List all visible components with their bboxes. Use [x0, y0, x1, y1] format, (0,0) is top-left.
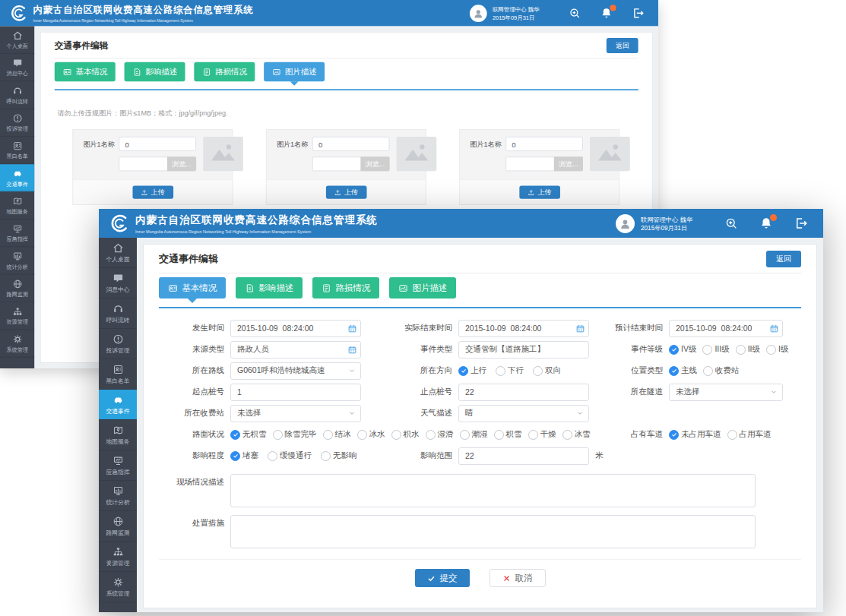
- location-type-option-1[interactable]: 收费站: [703, 365, 740, 376]
- road-surface-option-5[interactable]: 湿滑: [426, 429, 454, 440]
- search-icon[interactable]: [724, 216, 738, 230]
- sidebar-item-map[interactable]: 地图服务: [0, 192, 34, 220]
- calendar-icon[interactable]: [572, 321, 588, 336]
- picture-name-input[interactable]: [313, 140, 389, 148]
- search-icon[interactable]: [569, 7, 581, 19]
- road-surface-option-4[interactable]: 积水: [391, 429, 420, 440]
- sidebar-item-roster[interactable]: 黑白名单: [0, 137, 34, 164]
- tab-basic[interactable]: 基本情况: [55, 62, 116, 81]
- tab-picture[interactable]: 图片描述: [264, 62, 325, 81]
- weather-select[interactable]: 晴: [458, 405, 589, 422]
- road-surface-option-7[interactable]: 积雪: [494, 429, 522, 440]
- avatar[interactable]: [470, 5, 487, 22]
- event-level-option-0[interactable]: IV级: [669, 344, 696, 355]
- sidebar-item-complaint[interactable]: 投诉管理: [99, 329, 137, 359]
- sidebar-item-system[interactable]: 系统管理: [99, 572, 137, 602]
- sidebar-item-call[interactable]: 呼叫流转: [99, 299, 137, 329]
- sidebar-item-call[interactable]: 呼叫流转: [0, 81, 34, 109]
- event-type-input[interactable]: [459, 345, 588, 354]
- road-surface-option-6[interactable]: 潮湿: [460, 429, 488, 440]
- event-level-option-1[interactable]: III级: [702, 344, 729, 355]
- road-surface-option-9[interactable]: 冰雪: [562, 429, 591, 440]
- sidebar-item-traffic[interactable]: 交通事件: [99, 390, 137, 420]
- event-level-option-3[interactable]: I级: [766, 344, 788, 355]
- browse-button[interactable]: 浏览...: [360, 156, 389, 171]
- sidebar-item-emergency[interactable]: 应急指挥: [0, 220, 34, 247]
- road-surface-option-3[interactable]: 冰水: [357, 429, 385, 440]
- direction-option-1[interactable]: 下行: [496, 365, 524, 376]
- logout-icon[interactable]: [794, 216, 808, 230]
- sidebar-item-message[interactable]: 消息中心: [0, 54, 34, 81]
- disposal-measures-textarea[interactable]: [230, 515, 756, 548]
- sidebar-item-label: 消息中心: [7, 70, 28, 76]
- calendar-icon[interactable]: [344, 321, 360, 336]
- sidebar-item-stats[interactable]: 统计分析: [0, 247, 34, 274]
- sidebar-item-desktop[interactable]: 个人桌面: [99, 238, 137, 268]
- file-path-input[interactable]: 浏览...: [119, 156, 196, 171]
- location-type-option-0[interactable]: 主线: [669, 365, 697, 376]
- browse-button[interactable]: 浏览...: [167, 156, 196, 171]
- upload-button[interactable]: 上传: [325, 185, 366, 198]
- sidebar-item-emergency[interactable]: 应急指挥: [99, 450, 137, 481]
- occur-time-input[interactable]: [231, 324, 344, 333]
- direction-option-2[interactable]: 双向: [533, 365, 561, 376]
- submit-button[interactable]: 提交: [415, 569, 470, 587]
- start-stake-input[interactable]: [231, 387, 360, 396]
- tab-basic[interactable]: 基本情况: [159, 277, 226, 299]
- bell-icon[interactable]: [759, 216, 773, 230]
- calendar-icon[interactable]: [765, 321, 782, 336]
- road-surface-option-8[interactable]: 干燥: [528, 429, 556, 440]
- sidebar-item-network[interactable]: 路网监测: [99, 511, 137, 542]
- tab-impact[interactable]: 影响描述: [125, 62, 185, 81]
- planned-end-time-input[interactable]: [670, 324, 765, 333]
- tab-impact[interactable]: 影响描述: [236, 277, 303, 299]
- upload-button[interactable]: 上传: [519, 185, 560, 198]
- lane-occupation-option-1[interactable]: 占用车道: [727, 429, 772, 440]
- scene-description-textarea[interactable]: [230, 474, 756, 507]
- picture-name-input[interactable]: [506, 140, 582, 148]
- back-button[interactable]: 返回: [607, 38, 638, 53]
- lane-occupation-option-0[interactable]: 未占用车道: [669, 429, 721, 440]
- actual-end-time-input[interactable]: [459, 324, 572, 333]
- event-level-option-2[interactable]: II级: [736, 344, 760, 355]
- direction-option-0[interactable]: 上行: [458, 365, 486, 376]
- impact-degree-option-0[interactable]: 堵塞: [230, 450, 258, 461]
- sidebar-item-desktop[interactable]: 个人桌面: [0, 27, 34, 54]
- tab-picture[interactable]: 图片描述: [389, 277, 456, 299]
- tunnel-select[interactable]: 未选择: [669, 384, 783, 401]
- sidebar-item-traffic[interactable]: 交通事件: [0, 164, 34, 191]
- calendar-icon[interactable]: [344, 342, 360, 358]
- tab-damage[interactable]: 路损情况: [312, 277, 379, 299]
- sidebar-item-map[interactable]: 地图服务: [99, 420, 137, 450]
- impact-range-input[interactable]: [459, 451, 588, 460]
- toll-station-select[interactable]: 未选择: [230, 405, 361, 422]
- end-stake-input[interactable]: [459, 387, 588, 396]
- cancel-button[interactable]: 取消: [490, 569, 546, 587]
- sidebar-item-network[interactable]: 路网监测: [0, 275, 34, 302]
- sidebar-item-resource[interactable]: 资源管理: [99, 542, 137, 572]
- back-button[interactable]: 返回: [766, 251, 801, 267]
- route-select[interactable]: G0601呼和浩特绕城高速: [230, 362, 361, 380]
- sidebar-item-message[interactable]: 消息中心: [99, 268, 137, 299]
- road-surface-option-2[interactable]: 结冰: [323, 429, 351, 440]
- impact-degree-option-2[interactable]: 无影响: [321, 450, 357, 461]
- sidebar-item-complaint[interactable]: 投诉管理: [0, 109, 34, 137]
- sidebar-item-roster[interactable]: 黑白名单: [99, 359, 137, 390]
- bell-icon[interactable]: [600, 7, 613, 19]
- logout-icon[interactable]: [632, 7, 644, 19]
- sidebar-item-system[interactable]: 系统管理: [0, 330, 34, 357]
- sidebar-item-resource[interactable]: 资源管理: [0, 302, 34, 330]
- tab-damage[interactable]: 路损情况: [194, 62, 255, 81]
- impact-degree-option-1[interactable]: 缓慢通行: [268, 450, 312, 461]
- browse-button[interactable]: 浏览...: [554, 156, 583, 171]
- upload-button[interactable]: 上传: [132, 185, 173, 198]
- road-surface-option-1[interactable]: 除雪完毕: [273, 429, 317, 440]
- file-path-input[interactable]: 浏览...: [312, 156, 390, 171]
- picture-name-input[interactable]: [119, 140, 195, 148]
- file-path-input[interactable]: 浏览...: [505, 156, 583, 171]
- source-type-input[interactable]: [231, 345, 344, 354]
- sidebar-item-stats[interactable]: 统计分析: [99, 481, 137, 511]
- avatar[interactable]: [616, 214, 635, 233]
- field-label: 所在收费站: [159, 408, 224, 419]
- road-surface-option-0[interactable]: 无积雪: [230, 429, 267, 440]
